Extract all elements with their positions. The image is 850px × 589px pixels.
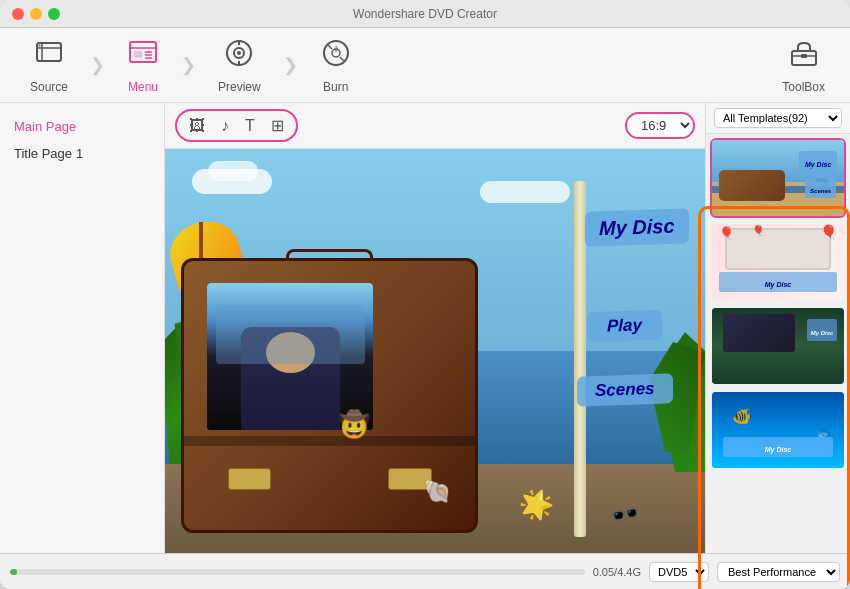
title-page-label: Title Page — [14, 146, 72, 161]
main-toolbar: Source ❯ Menu ❯ — [0, 28, 850, 103]
arrow-1: ❯ — [90, 54, 105, 76]
bottom-bar: 0.05/4.4G DVD5 DVD9 Best Performance Hig… — [0, 553, 850, 589]
menu-icon — [127, 37, 159, 76]
source-label: Source — [30, 80, 68, 94]
toolbar-burn[interactable]: Burn — [300, 29, 372, 102]
svg-rect-0 — [37, 43, 61, 61]
aspect-ratio-select[interactable]: 16:9 4:3 — [625, 112, 695, 139]
grid-tool-btn[interactable]: ⊞ — [267, 114, 288, 137]
svg-line-17 — [328, 45, 332, 49]
text-tool-btn[interactable]: T — [241, 115, 259, 137]
toolbar-preview[interactable]: Preview — [198, 29, 281, 102]
svg-rect-6 — [134, 51, 142, 58]
image-tool-btn[interactable]: 🖼 — [185, 115, 209, 137]
svg-line-18 — [340, 57, 344, 61]
source-icon — [33, 37, 65, 76]
template-preview-3: My Disc — [712, 308, 844, 384]
toolbar-source[interactable]: Source — [10, 29, 88, 102]
close-button[interactable] — [12, 8, 24, 20]
preview-label: Preview — [218, 80, 261, 94]
svg-point-12 — [237, 51, 241, 55]
arrow-2: ❯ — [181, 54, 196, 76]
app-title: Wondershare DVD Creator — [353, 7, 497, 21]
preview-icon — [223, 37, 255, 76]
window-controls — [12, 8, 60, 20]
menu-label: Menu — [128, 80, 158, 94]
template-preview-4: 🐠 🐟 My Disc — [712, 392, 844, 468]
template-header: All Templates(92) — [706, 103, 850, 134]
disc-type-select[interactable]: DVD5 DVD9 — [649, 562, 709, 582]
left-panel: Main Page Title Page 1 — [0, 103, 165, 553]
svg-point-3 — [39, 44, 41, 46]
time-display: 0.05/4.4G — [593, 566, 641, 578]
sign-mydisc: My Disc — [599, 214, 675, 239]
dvd-preview: My Disc Play Scenes 🌟 🐚 🕶️ — [165, 149, 705, 553]
template-preview-2: 🎈 🎈 🎈 My Disc — [712, 224, 844, 300]
template-item-4[interactable]: 🐠 🐟 My Disc — [710, 390, 846, 470]
toolbox-icon — [788, 37, 820, 76]
progress-bar-fill — [10, 569, 17, 575]
title-page-number: 1 — [76, 146, 83, 161]
minimize-button[interactable] — [30, 8, 42, 20]
template-item-2[interactable]: 🎈 🎈 🎈 My Disc — [710, 222, 846, 302]
template-preview-1: My Disc Play Scenes — [712, 140, 844, 216]
title-bar: Wondershare DVD Creator — [0, 0, 850, 28]
toolbox-label: ToolBox — [782, 80, 825, 94]
toolbar-toolbox[interactable]: ToolBox — [767, 29, 840, 102]
template-list: My Disc Play Scenes — [706, 134, 850, 553]
arrow-3: ❯ — [283, 54, 298, 76]
main-page-label: Main Page — [0, 113, 164, 140]
burn-icon — [320, 37, 352, 76]
quality-select[interactable]: Best Performance High Quality Standard — [717, 562, 840, 582]
toolbar-menu[interactable]: Menu — [107, 29, 179, 102]
sign-play: Play — [607, 315, 642, 335]
svg-rect-21 — [801, 54, 807, 58]
center-panel: 🖼 ♪ T ⊞ 16:9 4:3 — [165, 103, 705, 553]
template-item-1[interactable]: My Disc Play Scenes — [710, 138, 846, 218]
maximize-button[interactable] — [48, 8, 60, 20]
template-filter-select[interactable]: All Templates(92) — [714, 108, 842, 128]
sign-scenes: Scenes — [595, 379, 655, 400]
editor-toolbar: 🖼 ♪ T ⊞ 16:9 4:3 — [165, 103, 705, 149]
music-tool-btn[interactable]: ♪ — [217, 115, 233, 137]
editor-tools-group: 🖼 ♪ T ⊞ — [175, 109, 298, 142]
template-panel: All Templates(92) My Disc Play — [705, 103, 850, 553]
burn-label: Burn — [323, 80, 348, 94]
title-page-item[interactable]: Title Page 1 — [0, 140, 164, 167]
svg-rect-4 — [130, 42, 156, 62]
progress-bar-container — [10, 569, 585, 575]
preview-area: My Disc Play Scenes 🌟 🐚 🕶️ — [165, 149, 705, 553]
template-item-3[interactable]: My Disc — [710, 306, 846, 386]
